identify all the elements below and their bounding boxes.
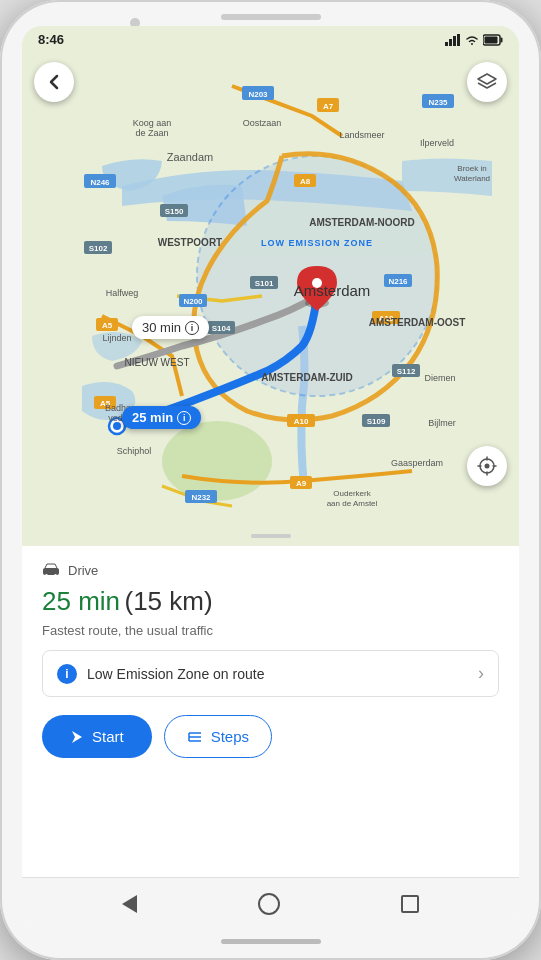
svg-text:AMSTERDAM-NOORD: AMSTERDAM-NOORD xyxy=(309,217,415,228)
status-icons xyxy=(445,34,503,46)
back-arrow-icon xyxy=(45,73,63,91)
svg-text:A7: A7 xyxy=(323,102,334,111)
svg-text:A10: A10 xyxy=(294,417,309,426)
lez-chevron-icon: › xyxy=(478,663,484,684)
route-25min-info-icon: i xyxy=(177,411,191,425)
svg-text:S101: S101 xyxy=(255,279,274,288)
svg-text:Landsmeer: Landsmeer xyxy=(339,130,384,140)
action-buttons: Start Steps xyxy=(42,715,499,758)
svg-text:Amsterdam: Amsterdam xyxy=(294,282,371,299)
route-25min-text: 25 min xyxy=(132,410,173,425)
phone-frame: 8:46 xyxy=(0,0,541,960)
svg-rect-2 xyxy=(453,36,456,46)
home-indicator xyxy=(221,939,321,944)
svg-text:Gaasperdam: Gaasperdam xyxy=(391,458,443,468)
svg-text:Oostzaan: Oostzaan xyxy=(243,118,282,128)
steps-icon xyxy=(187,730,203,744)
route-30min-text: 30 min xyxy=(142,320,181,335)
svg-text:N246: N246 xyxy=(90,178,110,187)
status-time: 8:46 xyxy=(38,32,64,47)
map-svg: N203 A7 N235 N246 S150 A8 A10 xyxy=(22,26,519,546)
svg-point-78 xyxy=(485,464,490,469)
svg-text:aan de Amstel: aan de Amstel xyxy=(327,499,378,508)
svg-rect-1 xyxy=(449,39,452,46)
lez-info-icon: i xyxy=(57,664,77,684)
svg-text:AMSTERDAM-OOST: AMSTERDAM-OOST xyxy=(369,317,466,328)
phone-top-bar xyxy=(0,0,541,26)
steps-button[interactable]: Steps xyxy=(164,715,272,758)
drive-label-text: Drive xyxy=(68,563,98,578)
svg-text:S102: S102 xyxy=(89,244,108,253)
svg-text:Lijnden: Lijnden xyxy=(102,333,131,343)
svg-text:Zaandam: Zaandam xyxy=(167,151,213,163)
lez-banner-left: i Low Emission Zone on route xyxy=(57,664,264,684)
drive-mode-label: Drive xyxy=(42,562,499,578)
map-layers-button[interactable] xyxy=(467,62,507,102)
svg-text:A9: A9 xyxy=(296,479,307,488)
svg-text:Schiphol: Schiphol xyxy=(117,446,152,456)
svg-text:S150: S150 xyxy=(165,207,184,216)
navigation-icon xyxy=(70,729,84,745)
location-icon xyxy=(477,456,497,476)
svg-text:N235: N235 xyxy=(428,98,448,107)
svg-text:Broek in: Broek in xyxy=(457,164,486,173)
nav-home-button[interactable] xyxy=(258,893,280,915)
route-distance-text: (15 km) xyxy=(125,586,213,616)
svg-text:A5: A5 xyxy=(102,321,113,330)
svg-text:A8: A8 xyxy=(300,177,311,186)
battery-icon xyxy=(483,34,503,46)
svg-text:Ilperveld: Ilperveld xyxy=(420,138,454,148)
svg-rect-0 xyxy=(445,42,448,46)
svg-text:N203: N203 xyxy=(248,90,268,99)
svg-text:S104: S104 xyxy=(212,324,231,333)
route-duration: 25 min (15 km) xyxy=(42,586,499,617)
svg-text:AMSTERDAM-ZUID: AMSTERDAM-ZUID xyxy=(261,372,353,383)
phone-bottom xyxy=(0,929,541,960)
my-location-button[interactable] xyxy=(467,446,507,486)
svg-text:N200: N200 xyxy=(183,297,203,306)
screen: 8:46 xyxy=(22,26,519,929)
svg-rect-5 xyxy=(501,37,503,42)
svg-text:Diemen: Diemen xyxy=(424,373,455,383)
svg-text:S109: S109 xyxy=(367,417,386,426)
svg-point-8 xyxy=(162,421,272,501)
svg-text:Halfweg: Halfweg xyxy=(106,288,139,298)
route-duration-text: 25 min xyxy=(42,586,120,616)
svg-rect-6 xyxy=(485,36,498,43)
svg-text:NIEUW WEST: NIEUW WEST xyxy=(125,357,190,368)
route-label-25min[interactable]: 25 min i xyxy=(122,406,201,429)
start-button[interactable]: Start xyxy=(42,715,152,758)
svg-text:Koog aan: Koog aan xyxy=(133,118,172,128)
route-label-30min: 30 min i xyxy=(132,316,209,339)
svg-rect-3 xyxy=(457,34,460,46)
svg-text:WESTPOORT: WESTPOORT xyxy=(158,237,222,248)
svg-point-85 xyxy=(54,574,57,577)
svg-text:Ouderkerk: Ouderkerk xyxy=(333,489,371,498)
lez-banner[interactable]: i Low Emission Zone on route › xyxy=(42,650,499,697)
status-bar: 8:46 xyxy=(22,26,519,51)
nav-back-button[interactable] xyxy=(122,895,137,913)
svg-text:Waterland: Waterland xyxy=(454,174,490,183)
signal-icon xyxy=(445,34,461,46)
svg-text:de Zaan: de Zaan xyxy=(135,128,168,138)
bottom-panel: Drive 25 min (15 km) Fastest route, the … xyxy=(22,546,519,877)
earpiece-speaker xyxy=(221,14,321,20)
svg-text:S112: S112 xyxy=(397,367,416,376)
layers-icon xyxy=(476,71,498,93)
back-button[interactable] xyxy=(34,62,74,102)
svg-text:Bijlmer: Bijlmer xyxy=(428,418,456,428)
svg-text:LOW EMISSION ZONE: LOW EMISSION ZONE xyxy=(261,238,373,248)
map-area[interactable]: 8:46 xyxy=(22,26,519,546)
navigation-bar xyxy=(22,877,519,929)
svg-point-84 xyxy=(45,574,48,577)
svg-rect-83 xyxy=(43,568,59,575)
map-drag-handle[interactable] xyxy=(251,534,291,538)
nav-recents-button[interactable] xyxy=(401,895,419,913)
wifi-icon xyxy=(465,34,479,46)
svg-text:N216: N216 xyxy=(388,277,408,286)
svg-text:N232: N232 xyxy=(191,493,211,502)
lez-banner-text: Low Emission Zone on route xyxy=(87,666,264,682)
car-icon xyxy=(42,562,60,578)
svg-point-13 xyxy=(113,422,121,430)
route-description: Fastest route, the usual traffic xyxy=(42,623,499,638)
